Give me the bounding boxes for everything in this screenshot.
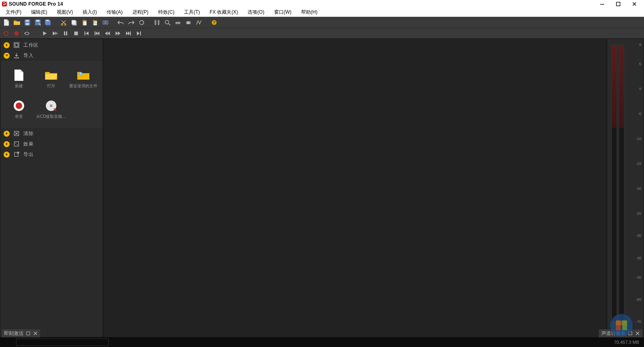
svg-point-45 [50,105,53,107]
repeat-icon[interactable] [138,18,146,27]
menu-tools[interactable]: 工具(T) [179,8,204,16]
new-file-icon[interactable] [2,18,10,27]
explorer-section-workspace[interactable]: 工作区 [1,40,102,50]
help-icon[interactable]: ? [210,18,218,27]
svg-rect-17 [84,20,85,21]
tool-pencil-icon[interactable] [174,18,182,27]
go-start-icon[interactable] [83,30,90,37]
explorer-section-effects[interactable]: 效果 [1,139,102,149]
explorer-section-import[interactable]: 导入 [1,50,102,61]
rewind-icon[interactable] [104,30,111,37]
meter-scale: 9 5 0 -5 -10 -15 -20 -25 -30 -35 -40 -50… [627,45,641,322]
tool-event-icon[interactable] [184,18,192,27]
close-icon[interactable] [33,331,38,336]
forward-icon[interactable] [114,30,122,37]
explorer-section-export[interactable]: 导出 [1,149,102,160]
save-icon[interactable] [23,18,31,27]
redo-icon[interactable] [127,18,135,27]
scale-tick: -35 [627,256,641,260]
menu-edit[interactable]: 编辑(E) [26,8,52,16]
explorer-item-record[interactable]: 录音 [3,94,35,125]
menu-transport[interactable]: 传输(A) [102,8,128,16]
go-end-icon[interactable] [135,30,142,37]
undo-icon[interactable] [117,18,125,27]
tab-activate-now[interactable]: 即刻激活 [2,329,40,337]
go-next-icon[interactable] [125,30,132,37]
scale-tick: -10 [627,137,641,141]
stop-icon[interactable] [72,30,80,37]
tool-edit-icon[interactable] [153,18,161,27]
chevron-right-icon [4,152,10,158]
menu-insert[interactable]: 插入(I) [78,8,101,16]
mix-paste-icon[interactable] [91,18,99,27]
paste-icon[interactable] [80,18,89,27]
loop-icon[interactable] [23,30,31,37]
maximize-button[interactable] [610,0,626,8]
menu-window[interactable]: 窗口(W) [269,8,296,16]
svg-rect-38 [140,31,141,35]
scale-tick: -40 [627,275,641,279]
scale-tick: 0 [627,87,641,91]
new-doc-icon [12,70,26,81]
save-as-icon[interactable] [34,18,42,27]
explorer-section-label: 导出 [23,151,33,158]
explorer-item-label: 新建 [15,83,23,89]
save-all-icon[interactable] [44,18,52,27]
explorer-item-extract-cd[interactable]: 从CD提取音频… [35,94,67,125]
explorer-section-label: 效果 [23,141,33,148]
play-all-icon[interactable] [52,30,59,37]
status-bar: 70,457.3 MB [0,337,644,347]
record-icon[interactable] [13,30,20,37]
cut-icon[interactable] [60,18,68,27]
menu-options[interactable]: 选项(O) [243,8,269,16]
menu-process[interactable]: 进程(P) [128,8,153,16]
close-button[interactable] [626,0,642,8]
svg-rect-4 [26,20,29,22]
scale-tick: -70 [627,320,641,324]
clear-icon [14,131,19,136]
svg-rect-51 [27,332,30,335]
dock-icon[interactable] [26,331,31,336]
close-icon[interactable] [635,331,640,336]
tool-envelope-icon[interactable] [195,18,203,27]
menu-effects[interactable]: 特效(C) [153,8,180,16]
menu-view[interactable]: 视图(V) [52,8,78,16]
menu-file[interactable]: 文件(F) [1,8,26,16]
transport-toolbar [0,28,644,39]
meter-channel-r [619,45,624,322]
pause-icon[interactable] [62,30,69,37]
copy-icon[interactable] [70,18,78,27]
tool-magnify-icon[interactable] [163,18,171,27]
menu-fx-fav[interactable]: FX 收藏夹(X) [205,8,243,16]
svg-rect-33 [66,31,67,35]
menu-help[interactable]: 帮助(H) [296,8,322,16]
svg-rect-5 [26,23,29,25]
svg-text:?: ? [213,21,215,25]
explorer-item-open[interactable]: 打开 [35,64,67,94]
record-arm-icon[interactable] [2,30,10,37]
play-icon[interactable] [41,30,48,37]
open-doc-icon [44,70,58,81]
svg-point-49 [17,144,18,145]
svg-rect-10 [46,20,49,21]
svg-rect-25 [187,21,190,24]
trim-icon[interactable] [101,18,109,27]
dock-icon[interactable] [628,331,633,336]
recent-doc-icon [76,70,90,81]
import-icon [14,53,19,58]
scale-tick: -30 [627,234,641,238]
chevron-down-icon [4,53,10,59]
menu-bar: 文件(F) 编辑(E) 视图(V) 插入(I) 传输(A) 进程(P) 特效(C… [0,8,644,17]
explorer-item-new[interactable]: 新建 [3,64,35,94]
record-doc-icon [12,100,26,111]
chevron-right-icon [4,141,10,147]
explorer-import-body: 新建 打开 最近使用的文件 录音 从CD提取音频… [1,61,102,128]
explorer-item-label: 从CD提取音频… [36,114,66,119]
tab-channel-meter[interactable]: 声道计量表 [599,329,642,337]
open-folder-icon[interactable] [13,18,21,27]
go-prev-icon[interactable] [93,30,101,37]
explorer-section-clear[interactable]: 清除 [1,128,102,139]
meter-channel-l [611,45,617,322]
explorer-item-recent[interactable]: 最近使用的文件 [67,64,99,94]
minimize-button[interactable] [594,0,610,8]
